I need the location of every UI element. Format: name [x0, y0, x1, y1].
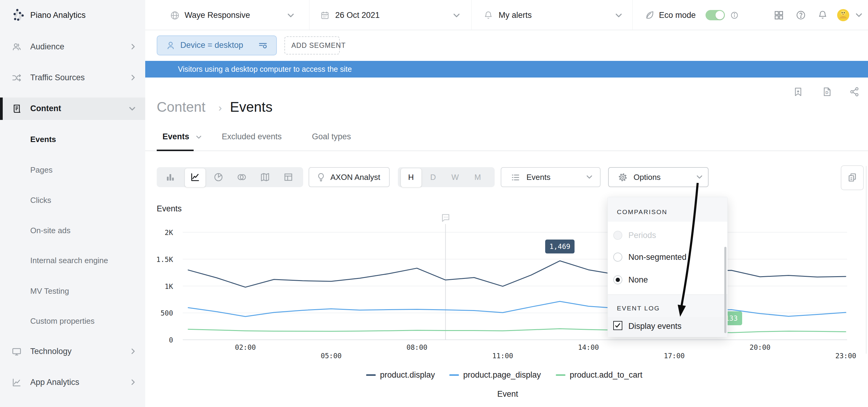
sidebar-item-technology[interactable]: Technology: [30, 347, 72, 355]
list-icon: [511, 173, 520, 182]
legend-dash: [449, 374, 459, 376]
map-icon[interactable]: [260, 172, 270, 182]
leaf-icon: [644, 10, 655, 21]
info-icon[interactable]: [730, 11, 739, 19]
bookmark-icon[interactable]: [793, 86, 804, 97]
sidebar-item-on-site-ads[interactable]: On-site ads: [30, 227, 70, 234]
chevron-right-icon: [130, 379, 136, 385]
chevron-down-icon[interactable]: [196, 135, 202, 139]
bell-icon: [484, 10, 493, 20]
eco-mode-label: Eco mode: [659, 11, 696, 19]
comparison-section-header: COMPARISON: [617, 209, 668, 215]
gear-icon: [618, 172, 628, 182]
chevron-down-icon[interactable]: [615, 13, 622, 18]
event-log-section-header: EVENT LOG: [617, 305, 660, 311]
chevron-down-icon[interactable]: [453, 13, 460, 18]
y-axis-tick: 0: [143, 336, 173, 344]
x-axis-tick: 05:00: [315, 352, 348, 360]
sidebar-item-pages[interactable]: Pages: [30, 166, 53, 174]
document-d-icon[interactable]: D: [822, 86, 833, 97]
x-axis-tick: 17:00: [658, 352, 691, 360]
menu-scrollbar-thumb[interactable]: [724, 247, 726, 333]
chevron-right-icon: [130, 348, 136, 354]
legend-dash: [556, 374, 565, 376]
segment-description-text: Visitors using a desktop computer to acc…: [178, 65, 352, 73]
sidebar-item-traffic-sources[interactable]: Traffic Sources: [30, 74, 85, 82]
tab-events[interactable]: Events: [162, 133, 189, 141]
sidebar: Piano Analytics Audience Traffic Sources: [0, 0, 145, 407]
sidebar-item-app-analytics[interactable]: App Analytics: [30, 378, 79, 386]
data-point-label: 1,469: [545, 239, 575, 254]
chart-type-switcher: [157, 167, 303, 187]
y-axis-tick: 1.5K: [143, 256, 173, 263]
sidebar-item-internal-search-engine[interactable]: Internal search engine: [30, 257, 108, 264]
axon-analyst-label: AXON Analyst: [330, 173, 380, 181]
display-events-label: Display events: [628, 322, 682, 330]
chevron-down-icon[interactable]: [287, 13, 294, 18]
alerts-selector[interactable]: My alerts: [499, 11, 532, 19]
content-icon: [12, 104, 22, 114]
site-selector[interactable]: Waye Responsive: [185, 11, 250, 19]
divider: [471, 0, 472, 30]
breadcrumb-separator: ›: [218, 103, 222, 113]
x-axis-tick: 08:00: [400, 343, 434, 351]
tab-goal-types[interactable]: Goal types: [312, 133, 351, 141]
piano-analytics-logo-icon[interactable]: [11, 7, 27, 23]
comment-bubble-icon[interactable]: [441, 213, 451, 223]
display-events-row[interactable]: Display events: [608, 317, 727, 337]
chart-title: Events: [157, 205, 182, 213]
sidebar-item-custom-properties[interactable]: Custom properties: [30, 317, 94, 325]
bar-chart-icon[interactable]: [165, 172, 176, 182]
calendar-icon: [320, 10, 330, 20]
technology-icon: [11, 346, 22, 357]
line-chart-icon[interactable]: [190, 172, 200, 182]
sidebar-item-events[interactable]: Events: [30, 135, 56, 143]
sidebar-item-mv-testing[interactable]: MV Testing: [30, 287, 69, 295]
chevron-right-icon: [130, 75, 136, 81]
granularity-hour[interactable]: H: [408, 173, 414, 181]
legend-item-product-add-to-cart[interactable]: product.add_to_cart: [570, 371, 642, 379]
x-axis-tick: 23:00: [829, 352, 863, 360]
legend-item-product-display[interactable]: product.display: [380, 371, 435, 379]
eco-mode-toggle[interactable]: [706, 10, 725, 20]
x-axis-tick: 11:00: [486, 352, 520, 360]
radio-icon: [613, 253, 622, 262]
active-tab-underline: [157, 150, 194, 151]
pie-chart-icon[interactable]: [213, 172, 224, 182]
copy-icon: [847, 172, 858, 183]
radio-icon: [613, 231, 622, 240]
sidebar-item-content[interactable]: Content: [30, 105, 61, 113]
tab-excluded-events[interactable]: Excluded events: [222, 133, 282, 141]
tabs-divider: [145, 150, 868, 151]
apps-grid-icon[interactable]: [773, 10, 784, 21]
share-icon[interactable]: [849, 86, 860, 97]
breadcrumb-parent[interactable]: Content: [157, 100, 206, 114]
toggle-knob: [715, 11, 724, 19]
checkbox-icon[interactable]: [613, 321, 622, 330]
segment-settings-icon[interactable]: [258, 40, 268, 51]
svg-text:D: D: [825, 90, 828, 95]
page-scrollbar-track[interactable]: [866, 166, 867, 354]
y-axis-tick: 1K: [143, 283, 173, 290]
table-icon[interactable]: [283, 172, 293, 182]
avatar[interactable]: [837, 9, 849, 22]
metric-dropdown-label: Events: [526, 173, 551, 181]
sidebar-active-indicator: [0, 97, 3, 120]
legend-item-product-page-display[interactable]: product.page_display: [463, 371, 541, 379]
audience-icon: [11, 42, 22, 52]
divider: [309, 0, 310, 30]
globe-icon: [170, 10, 180, 20]
granularity-month[interactable]: M: [474, 173, 481, 181]
date-selector[interactable]: 26 Oct 2021: [335, 11, 380, 19]
notifications-bell-icon[interactable]: [817, 10, 828, 20]
options-menu-panel: COMPARISON Periods Non-segmented None EV…: [608, 197, 727, 337]
chevron-down-icon[interactable]: [856, 13, 862, 17]
chevron-down-icon: [129, 106, 135, 111]
sidebar-item-audience[interactable]: Audience: [30, 43, 64, 51]
sidebar-item-clicks[interactable]: Clicks: [30, 196, 51, 204]
chevron-down-icon: [696, 175, 703, 179]
granularity-day[interactable]: D: [430, 173, 436, 181]
help-icon[interactable]: [796, 10, 806, 20]
venn-diagram-icon[interactable]: [237, 172, 247, 182]
granularity-week[interactable]: W: [452, 173, 459, 181]
